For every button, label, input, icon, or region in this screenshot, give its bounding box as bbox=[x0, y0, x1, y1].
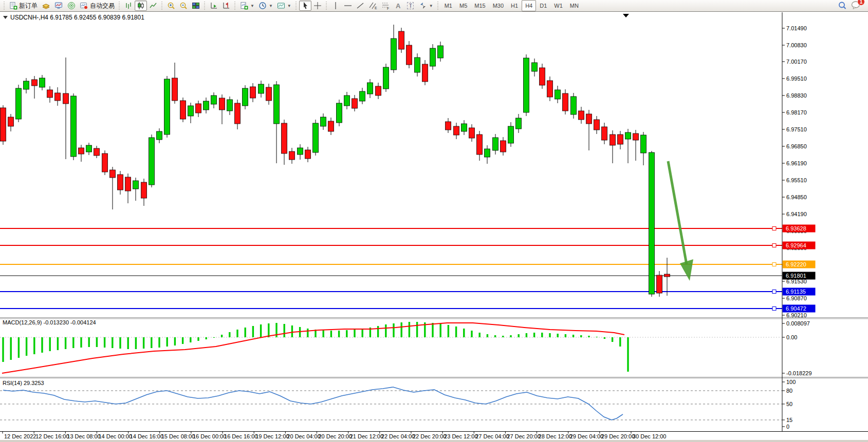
zoom-out-button[interactable] bbox=[177, 1, 190, 11]
svg-text:E: E bbox=[375, 6, 377, 10]
svg-text:6.93628: 6.93628 bbox=[786, 225, 806, 232]
price-line-label[interactable]: 6.91801 bbox=[783, 272, 816, 280]
time-tick-label: 27 Dec 20:00 bbox=[507, 433, 540, 439]
candle-body bbox=[266, 87, 272, 101]
toolbar-grip[interactable] bbox=[233, 2, 237, 10]
toolbar-grip[interactable] bbox=[3, 2, 6, 10]
line-chart-icon bbox=[149, 2, 157, 10]
text-label-icon: T bbox=[407, 2, 414, 9]
tile-windows-button[interactable] bbox=[190, 1, 202, 11]
periods-button[interactable]: ▼ bbox=[256, 1, 275, 11]
price-line-label[interactable]: 6.92220 bbox=[783, 261, 816, 268]
time-tick-label: 19 Dec 12:00 bbox=[255, 433, 289, 439]
time-tick-label: 23 Dec 12:00 bbox=[444, 433, 477, 439]
timeframe-group: M1M5M15M30H1H4D1W1MN bbox=[441, 0, 582, 11]
label-button[interactable]: T bbox=[404, 1, 417, 11]
signals-button[interactable] bbox=[65, 1, 78, 11]
chart-window[interactable]: 7.014907.008307.001706.995106.988306.981… bbox=[0, 12, 868, 442]
notifications-button[interactable]: 1 bbox=[851, 1, 861, 11]
fibonacci-button[interactable]: F bbox=[379, 1, 392, 11]
time-axis[interactable]: 12 Dec 202212 Dec 16:0013 Dec 08:0014 De… bbox=[3, 432, 666, 439]
candle-body bbox=[63, 93, 69, 104]
svg-text:6.90472: 6.90472 bbox=[786, 305, 806, 312]
line-handle[interactable] bbox=[772, 290, 776, 294]
new-order-button[interactable]: 新订单 bbox=[7, 1, 40, 11]
timeframe-button-w1[interactable]: W1 bbox=[550, 0, 566, 11]
price-tick-label: 6.90210 bbox=[786, 312, 807, 318]
chart-shift-button[interactable] bbox=[220, 1, 232, 11]
timeframe-button-d1[interactable]: D1 bbox=[536, 0, 550, 11]
candle-body bbox=[477, 134, 483, 155]
macd-bar bbox=[49, 337, 51, 351]
macd-bar bbox=[518, 334, 520, 337]
macd-bar bbox=[416, 322, 418, 337]
timeframe-button-h4[interactable]: H4 bbox=[522, 0, 536, 11]
price-line-label[interactable]: 6.92964 bbox=[783, 242, 816, 249]
candle-body bbox=[337, 103, 342, 123]
macd-bar bbox=[604, 337, 605, 339]
mt4-terminal: { "toolbar": { "new_order_label": "新订单",… bbox=[0, 0, 868, 442]
timeframe-button-m30[interactable]: M30 bbox=[489, 0, 507, 11]
candle-body bbox=[328, 121, 334, 131]
zoom-in-button[interactable] bbox=[165, 1, 177, 11]
line-handle[interactable] bbox=[772, 307, 776, 311]
candle-body bbox=[305, 150, 311, 159]
chart-canvas[interactable]: 7.014907.008307.001706.995106.988306.981… bbox=[0, 12, 868, 442]
macd-bar bbox=[10, 337, 12, 360]
timeframe-button-m5[interactable]: M5 bbox=[456, 0, 471, 11]
toolbar-grip[interactable] bbox=[118, 2, 121, 10]
cursor-button[interactable] bbox=[299, 1, 311, 11]
vertical-line-button[interactable] bbox=[329, 1, 342, 11]
templates-button[interactable]: ▼ bbox=[275, 1, 293, 11]
new-order-icon bbox=[9, 2, 17, 10]
price-line-label[interactable]: 6.93628 bbox=[783, 225, 816, 233]
auto-scroll-button[interactable] bbox=[208, 1, 220, 11]
macd-bar bbox=[268, 323, 269, 337]
macd-bar bbox=[346, 330, 347, 337]
community-button[interactable] bbox=[52, 1, 65, 11]
channel-button[interactable]: E bbox=[366, 1, 379, 11]
timeframe-button-m15[interactable]: M15 bbox=[471, 0, 489, 11]
line-handle[interactable] bbox=[772, 244, 776, 247]
market-button[interactable] bbox=[40, 1, 52, 11]
price-line-label[interactable]: 6.90472 bbox=[783, 305, 816, 313]
timeframe-button-h1[interactable]: H1 bbox=[507, 0, 522, 11]
time-tick-label: 12 Dec 16:00 bbox=[35, 433, 69, 439]
bar-chart-button[interactable] bbox=[122, 1, 135, 11]
candle-body bbox=[32, 80, 38, 86]
candle-body bbox=[532, 63, 538, 71]
candle-body bbox=[485, 149, 490, 157]
line-handle[interactable] bbox=[772, 263, 776, 266]
auto-trading-button[interactable]: 自动交易 bbox=[78, 1, 117, 11]
timeframe-button-mn[interactable]: MN bbox=[566, 0, 582, 11]
candlestick-chart-button[interactable] bbox=[135, 1, 147, 11]
price-tick-label: 6.98830 bbox=[786, 92, 807, 99]
time-tick-label: 30 Dec 12:00 bbox=[633, 433, 666, 439]
arrows-button[interactable]: ▼ bbox=[417, 1, 435, 11]
candle-body bbox=[133, 181, 139, 189]
text-button[interactable]: A bbox=[392, 1, 404, 11]
toolbar-grip[interactable] bbox=[325, 2, 328, 10]
timeframe-button-m1[interactable]: M1 bbox=[441, 0, 456, 11]
price-tick-label: 6.96850 bbox=[786, 143, 807, 149]
svg-text:F: F bbox=[387, 7, 389, 10]
macd-bar bbox=[338, 331, 340, 337]
macd-bar bbox=[549, 333, 550, 337]
macd-bar bbox=[494, 335, 496, 337]
price-line-label[interactable]: 6.91135 bbox=[783, 288, 816, 296]
price-tick-label: 6.94190 bbox=[786, 211, 807, 217]
indicators-button[interactable]: ▼ bbox=[238, 1, 256, 11]
candle-body bbox=[1, 108, 6, 141]
toolbar-grip[interactable] bbox=[294, 2, 298, 10]
time-tick-label: 13 Dec 08:00 bbox=[67, 433, 100, 439]
crosshair-button[interactable] bbox=[311, 1, 324, 11]
trendline-button[interactable] bbox=[354, 1, 366, 11]
line-chart-button[interactable] bbox=[147, 1, 159, 11]
toolbar-grip[interactable] bbox=[436, 2, 440, 10]
line-handle[interactable] bbox=[772, 227, 776, 230]
horizontal-line-button[interactable] bbox=[342, 1, 354, 11]
toolbar-grip[interactable] bbox=[203, 2, 207, 10]
candle-body bbox=[47, 90, 53, 98]
search-icon[interactable] bbox=[838, 1, 847, 10]
toolbar-grip[interactable] bbox=[160, 2, 164, 10]
